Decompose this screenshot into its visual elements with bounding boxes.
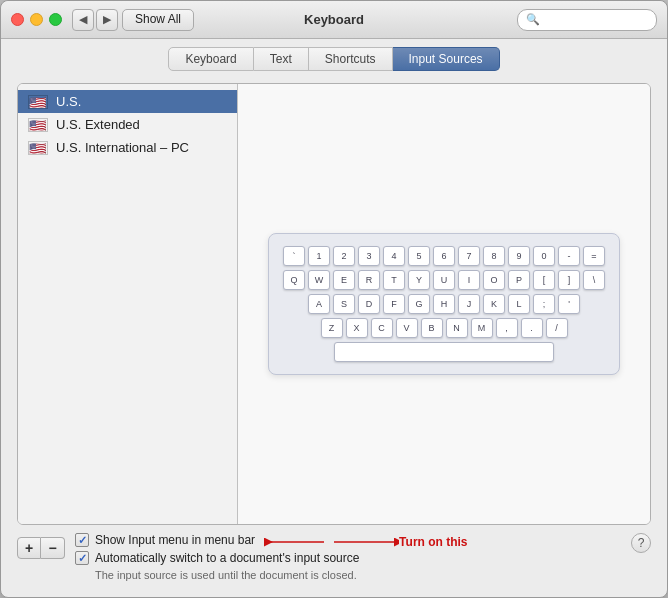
key-m: M xyxy=(471,318,493,338)
flag-us-extended: 🇺🇸 xyxy=(28,118,48,132)
key-7: 7 xyxy=(458,246,480,266)
key-y: Y xyxy=(408,270,430,290)
key-lbracket: [ xyxy=(533,270,555,290)
key-p: P xyxy=(508,270,530,290)
source-item-us-extended-label: U.S. Extended xyxy=(56,117,140,132)
key-q: Q xyxy=(283,270,305,290)
remove-source-button[interactable]: − xyxy=(41,537,65,559)
key-row-3: A S D F G H J K L ; ' xyxy=(283,294,605,314)
show-all-button[interactable]: Show All xyxy=(122,9,194,31)
annotation-container: Turn on this xyxy=(259,534,467,550)
search-box: 🔍 xyxy=(517,9,657,31)
flag-us: 🇺🇸 xyxy=(28,95,48,109)
traffic-lights xyxy=(11,13,62,26)
source-list: 🇺🇸 U.S. 🇺🇸 U.S. Extended 🇺🇸 U.S. Interna… xyxy=(18,84,238,524)
minimize-button[interactable] xyxy=(30,13,43,26)
key-w: W xyxy=(308,270,330,290)
key-x: X xyxy=(346,318,368,338)
titlebar: ◀ ▶ Show All Keyboard 🔍 xyxy=(1,1,667,39)
info-text: The input source is used until the docum… xyxy=(95,569,631,581)
turn-on-annotation: Turn on this xyxy=(399,535,467,549)
key-e: E xyxy=(333,270,355,290)
window-title: Keyboard xyxy=(304,12,364,27)
key-j: J xyxy=(458,294,480,314)
key-slash: / xyxy=(546,318,568,338)
bottom-bar: + − Show Input menu in menu bar xyxy=(17,525,651,585)
nav-buttons: ◀ ▶ xyxy=(72,9,118,31)
key-3: 3 xyxy=(358,246,380,266)
key-6: 6 xyxy=(433,246,455,266)
checkbox-row-auto-switch: Automatically switch to a document's inp… xyxy=(75,551,631,565)
tab-bar: Keyboard Text Shortcuts Input Sources xyxy=(1,39,667,71)
close-button[interactable] xyxy=(11,13,24,26)
keyboard-area: ` 1 2 3 4 5 6 7 8 9 0 - = xyxy=(238,84,650,524)
key-t: T xyxy=(383,270,405,290)
tab-keyboard[interactable]: Keyboard xyxy=(168,47,253,71)
key-s: S xyxy=(333,294,355,314)
key-row-4: Z X C V B N M , . / xyxy=(283,318,605,338)
key-rbracket: ] xyxy=(558,270,580,290)
show-input-menu-checkbox[interactable] xyxy=(75,533,89,547)
key-row-space xyxy=(283,342,605,362)
key-u: U xyxy=(433,270,455,290)
keyboard-window: ◀ ▶ Show All Keyboard 🔍 Keyboard Text Sh… xyxy=(0,0,668,598)
auto-switch-checkbox[interactable] xyxy=(75,551,89,565)
key-row-1: ` 1 2 3 4 5 6 7 8 9 0 - = xyxy=(283,246,605,266)
key-d: D xyxy=(358,294,380,314)
key-equals: = xyxy=(583,246,605,266)
key-period: . xyxy=(521,318,543,338)
key-v: V xyxy=(396,318,418,338)
key-comma: , xyxy=(496,318,518,338)
checkbox-section: Show Input menu in menu bar xyxy=(75,533,631,581)
tab-shortcuts[interactable]: Shortcuts xyxy=(309,47,393,71)
key-0: 0 xyxy=(533,246,555,266)
forward-button[interactable]: ▶ xyxy=(96,9,118,31)
key-backtick: ` xyxy=(283,246,305,266)
keyboard-preview: ` 1 2 3 4 5 6 7 8 9 0 - = xyxy=(268,233,620,375)
source-item-us-label: U.S. xyxy=(56,94,81,109)
help-button[interactable]: ? xyxy=(631,533,651,553)
key-o: O xyxy=(483,270,505,290)
key-n: N xyxy=(446,318,468,338)
maximize-button[interactable] xyxy=(49,13,62,26)
source-item-us-intl-label: U.S. International – PC xyxy=(56,140,189,155)
search-input[interactable] xyxy=(544,13,648,27)
key-5: 5 xyxy=(408,246,430,266)
key-r: R xyxy=(358,270,380,290)
source-item-us-extended[interactable]: 🇺🇸 U.S. Extended xyxy=(18,113,237,136)
key-b: B xyxy=(421,318,443,338)
key-a: A xyxy=(308,294,330,314)
bottom-row-full: + − Show Input menu in menu bar xyxy=(17,533,651,581)
main-panel: 🇺🇸 U.S. 🇺🇸 U.S. Extended 🇺🇸 U.S. Interna… xyxy=(17,83,651,525)
key-quote: ' xyxy=(558,294,580,314)
flag-us-intl: 🇺🇸 xyxy=(28,141,48,155)
key-2: 2 xyxy=(333,246,355,266)
show-input-menu-label: Show Input menu in menu bar xyxy=(95,533,255,547)
key-semicolon: ; xyxy=(533,294,555,314)
key-z: Z xyxy=(321,318,343,338)
checkbox-row-show-input: Show Input menu in menu bar xyxy=(75,533,255,547)
tab-input-sources[interactable]: Input Sources xyxy=(393,47,500,71)
key-minus: - xyxy=(558,246,580,266)
arrow-left-icon xyxy=(259,534,329,550)
key-g: G xyxy=(408,294,430,314)
source-item-us[interactable]: 🇺🇸 U.S. xyxy=(18,90,237,113)
key-backslash: \ xyxy=(583,270,605,290)
key-1: 1 xyxy=(308,246,330,266)
key-l: L xyxy=(508,294,530,314)
key-h: H xyxy=(433,294,455,314)
key-row-2: Q W E R T Y U I O P [ ] \ xyxy=(283,270,605,290)
back-button[interactable]: ◀ xyxy=(72,9,94,31)
arrow-right-icon xyxy=(329,534,399,550)
source-item-us-intl[interactable]: 🇺🇸 U.S. International – PC xyxy=(18,136,237,159)
key-k: K xyxy=(483,294,505,314)
tab-text[interactable]: Text xyxy=(254,47,309,71)
key-9: 9 xyxy=(508,246,530,266)
key-space xyxy=(334,342,554,362)
checkbox-row-1-container: Show Input menu in menu bar xyxy=(75,533,631,551)
key-f: F xyxy=(383,294,405,314)
key-i: I xyxy=(458,270,480,290)
main-content: 🇺🇸 U.S. 🇺🇸 U.S. Extended 🇺🇸 U.S. Interna… xyxy=(1,71,667,597)
auto-switch-label: Automatically switch to a document's inp… xyxy=(95,551,359,565)
add-source-button[interactable]: + xyxy=(17,537,41,559)
